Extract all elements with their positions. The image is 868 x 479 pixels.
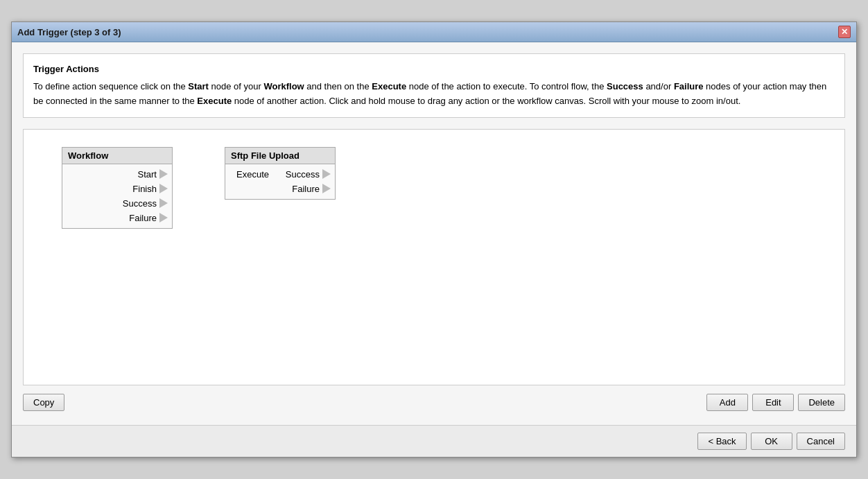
- sftp-success-label: Success: [286, 169, 320, 180]
- workflow-row-finish[interactable]: Finish: [62, 182, 172, 196]
- copy-button[interactable]: Copy: [23, 394, 64, 411]
- workflow-start-arrow: [159, 169, 169, 179]
- sftp-failure-arrow: [322, 184, 332, 193]
- workflow-canvas[interactable]: Workflow Start Finish Success: [23, 129, 845, 385]
- sftp-node-body: Execute Success Failure: [225, 164, 335, 199]
- back-button[interactable]: < Back: [697, 433, 746, 450]
- edit-button[interactable]: Edit: [752, 394, 794, 411]
- dialog-body: Trigger Actions To define action sequenc…: [12, 42, 856, 424]
- workflow-node-header: Workflow: [62, 148, 172, 164]
- workflow-failure-label: Failure: [129, 213, 157, 223]
- dialog-titlebar: Add Trigger (step 3 of 3) ✕: [12, 22, 856, 42]
- workflow-finish-arrow: [159, 184, 169, 193]
- section-title: Trigger Actions: [33, 62, 835, 77]
- sftp-row-failure[interactable]: Failure: [225, 182, 335, 196]
- close-button[interactable]: ✕: [838, 26, 851, 38]
- delete-button[interactable]: Delete: [798, 394, 845, 411]
- bottom-right-buttons: Add Edit Delete: [706, 394, 845, 411]
- workflow-success-label: Success: [123, 198, 157, 209]
- sftp-failure-label: Failure: [292, 184, 320, 194]
- sftp-node[interactable]: Sftp File Upload Execute Success Failure: [225, 147, 336, 200]
- workflow-row-success[interactable]: Success: [62, 196, 172, 211]
- workflow-row-start[interactable]: Start: [62, 167, 172, 182]
- info-description: To define action sequence click on the S…: [33, 81, 826, 106]
- cancel-button[interactable]: Cancel: [797, 433, 845, 450]
- sftp-node-header: Sftp File Upload: [225, 148, 335, 164]
- dialog-footer: < Back OK Cancel: [12, 425, 856, 457]
- workflow-node[interactable]: Workflow Start Finish Success: [62, 147, 173, 229]
- workflow-row-failure[interactable]: Failure: [62, 211, 172, 225]
- add-trigger-dialog: Add Trigger (step 3 of 3) ✕ Trigger Acti…: [11, 21, 857, 457]
- dialog-title: Add Trigger (step 3 of 3): [17, 27, 121, 37]
- workflow-finish-label: Finish: [132, 184, 157, 194]
- workflow-success-arrow: [159, 198, 169, 208]
- bottom-left-buttons: Copy: [23, 394, 64, 411]
- workflow-start-label: Start: [138, 169, 157, 180]
- info-box: Trigger Actions To define action sequenc…: [23, 53, 845, 117]
- sftp-row-execute-success[interactable]: Execute Success: [225, 167, 335, 182]
- workflow-failure-arrow: [159, 213, 169, 223]
- bottom-bar: Copy Add Edit Delete: [23, 385, 845, 414]
- sftp-execute-label: Execute: [231, 169, 269, 180]
- sftp-success-arrow: [322, 169, 332, 179]
- workflow-node-body: Start Finish Success Failure: [62, 164, 172, 228]
- ok-button[interactable]: OK: [751, 433, 792, 450]
- add-button[interactable]: Add: [706, 394, 748, 411]
